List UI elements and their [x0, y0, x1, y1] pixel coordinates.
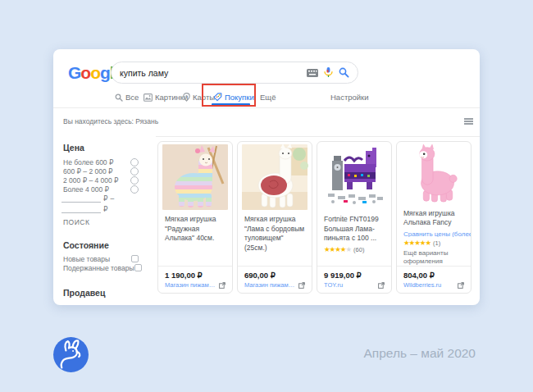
red-annotation-box: [202, 84, 256, 107]
map-pin-icon: [183, 93, 190, 102]
product-seller-link[interactable]: Магазин пижам кигуру…: [244, 281, 305, 289]
product-footer: 804,00 ₽ Wildberries.ru: [397, 266, 471, 293]
search-submit-icon[interactable]: [339, 67, 349, 78]
product-image-maroon-llama[interactable]: [240, 144, 309, 210]
google-shopping-window: Google: [53, 49, 480, 305]
price-max-input[interactable]: [61, 205, 101, 213]
condition-option-label: Подержанные товары: [63, 264, 134, 272]
compare-prices-link[interactable]: Сравнить цены (более 5…: [397, 228, 471, 237]
condition-option-row[interactable]: Подержанные товары: [63, 263, 139, 272]
mic-icon[interactable]: [324, 67, 333, 78]
price-search-button[interactable]: ПОИСК: [63, 218, 89, 226]
location-text: Вы находитесь здесь: Рязань: [63, 117, 158, 125]
price-option-label: Не более 600 ₽: [63, 158, 130, 166]
seller-name: Wildberries.ru: [403, 281, 455, 289]
product-footer: 690,00 ₽ Магазин пижам кигуру…: [238, 266, 312, 293]
radio-button[interactable]: [130, 167, 139, 175]
product-footer: 1 190,00 ₽ Магазин пижам кигуру…: [158, 266, 232, 293]
tab-images[interactable]: Картинки: [144, 93, 188, 102]
price-max-row: ₽: [61, 205, 140, 213]
price-min-input[interactable]: [61, 194, 101, 203]
external-link-icon: [298, 282, 305, 289]
list-view-icon[interactable]: [464, 118, 473, 125]
product-seller-link[interactable]: Магазин пижам кигуру…: [165, 281, 226, 289]
search-icon: [115, 93, 123, 102]
seller-name: TOY.ru: [324, 281, 376, 289]
keyboard-icon[interactable]: [307, 69, 318, 77]
product-price: 1 190,00 ₽: [165, 271, 226, 280]
settings-label: Настройки: [330, 93, 369, 102]
seller-name: Магазин пижам кигуру…: [244, 281, 296, 289]
condition-option-row[interactable]: Новые товары: [63, 254, 139, 263]
price-min-row: ₽ –: [61, 194, 140, 203]
date-label: Апрель – май 2020: [363, 346, 476, 361]
product-price: 9 919,00 ₽: [324, 271, 385, 280]
tab-label: Ещё: [260, 93, 276, 102]
results-divider: [156, 136, 480, 137]
product-image-fortnite-pinata[interactable]: [320, 144, 389, 210]
range-dash: –: [110, 194, 114, 203]
product-title[interactable]: Fortnite FNT0199 Большая Лама-пиньята с …: [317, 210, 391, 244]
logo-letter: o: [90, 63, 100, 82]
settings-button[interactable]: Настройки: [330, 93, 369, 102]
product-footer: 9 919,00 ₽ TOY.ru: [317, 266, 391, 293]
radio-button[interactable]: [130, 185, 139, 194]
images-icon: [144, 93, 153, 102]
product-seller-link[interactable]: TOY.ru: [324, 281, 385, 289]
price-option-row[interactable]: Не более 600 ₽: [63, 157, 139, 166]
price-option-row[interactable]: 2 000 ₽ – 4 000 ₽: [63, 175, 139, 185]
rating-count: (1): [433, 239, 440, 247]
price-option-row[interactable]: 600 ₽ – 2 000 ₽: [63, 166, 139, 175]
product-rating: ★★★★★(1): [397, 237, 471, 248]
product-rating: ★★★★★(60): [317, 244, 391, 254]
product-image-rainbow-alpaca[interactable]: [161, 144, 230, 210]
stars-filled: ★★★★: [324, 245, 345, 253]
product-image-pink-alpaca[interactable]: [399, 144, 468, 204]
stars-empty: ★: [345, 245, 351, 253]
more-variants-text: Ещё варианты оформления: [397, 248, 471, 266]
product-card[interactable]: Fortnite FNT0199 Большая Лама-пиньята с …: [317, 141, 392, 294]
radio-button[interactable]: [130, 176, 139, 185]
price-option-label: 2 000 ₽ – 4 000 ₽: [63, 176, 130, 185]
product-card[interactable]: Мягкая игрушка "Радужная Альпака" 40см. …: [157, 141, 233, 294]
product-price: 804,00 ₽: [403, 271, 464, 280]
price-option-label: Более 4 000 ₽: [63, 185, 130, 194]
currency-label: ₽: [103, 194, 107, 203]
filter-condition-title: Состояние: [63, 240, 109, 250]
seller-name: Магазин пижам кигуру…: [165, 281, 216, 289]
logo-letter: o: [80, 63, 90, 82]
product-card[interactable]: Мягкая игрушка Альпака Fancy Сравнить це…: [396, 141, 472, 294]
price-option-row[interactable]: Более 4 000 ₽: [63, 185, 139, 194]
logo-letter: g: [100, 63, 110, 82]
search-input[interactable]: [120, 68, 301, 78]
radio-button[interactable]: [130, 158, 139, 166]
price-option-label: 600 ₽ – 2 000 ₽: [63, 167, 130, 175]
product-card[interactable]: Мягкая игрушка "Лама с бордовым туловище…: [237, 141, 312, 294]
screenshot-frame: Google: [0, 0, 533, 392]
product-price: 690,00 ₽: [244, 271, 305, 280]
filter-seller-title: Продавец: [63, 288, 105, 298]
rating-count: (60): [353, 246, 364, 253]
tab-more[interactable]: Ещё: [260, 93, 276, 102]
filter-price-title: Цена: [63, 143, 84, 153]
checkbox[interactable]: [131, 255, 139, 262]
condition-option-label: Новые товары: [63, 255, 131, 263]
product-title[interactable]: Мягкая игрушка "Радужная Альпака" 40см.: [158, 210, 232, 244]
search-bar[interactable]: [111, 62, 358, 84]
product-title[interactable]: Мягкая игрушка Альпака Fancy: [397, 204, 471, 228]
product-seller-link[interactable]: Wildberries.ru: [403, 281, 464, 289]
logo-letter: G: [68, 63, 80, 82]
external-link-icon: [378, 282, 385, 289]
product-grid: Мягкая игрушка "Радужная Альпака" 40см. …: [157, 141, 472, 294]
currency-label: ₽: [103, 205, 107, 213]
llama-brand-logo: [52, 336, 89, 373]
external-link-icon: [219, 282, 226, 289]
tab-all[interactable]: Все: [115, 93, 139, 102]
external-link-icon: [458, 282, 464, 289]
header-divider: [53, 107, 480, 108]
checkbox[interactable]: [134, 264, 142, 271]
tab-label: Все: [125, 93, 139, 102]
product-title[interactable]: Мягкая игрушка "Лама с бордовым туловище…: [238, 210, 312, 253]
stars-filled: ★★★★★: [403, 239, 430, 247]
